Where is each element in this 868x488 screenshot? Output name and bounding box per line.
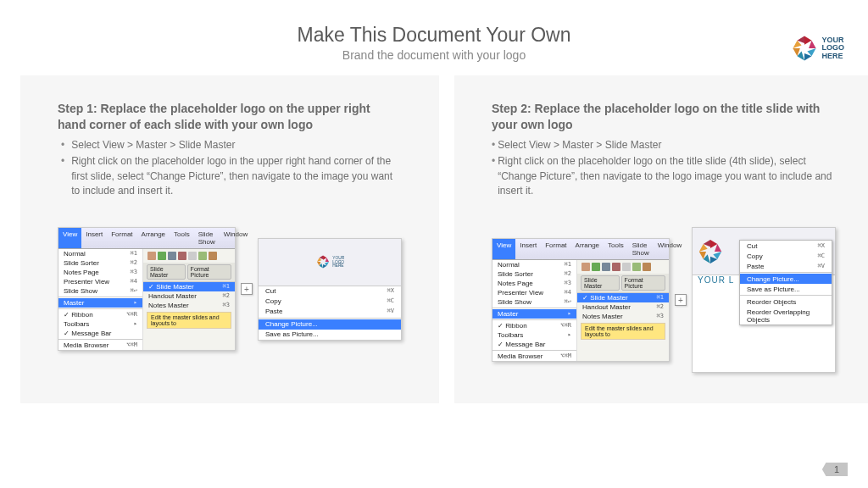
step1-bullet: Right click on the placeholder logo in t… [58,154,402,198]
logo-text: YOUR LOGO HERE [822,36,845,60]
tooltip: Edit the master slides and layouts to [147,312,231,329]
step2-heading: Step 2: Replace the placeholder logo on … [492,101,836,133]
svg-marker-11 [323,264,326,268]
svg-marker-1 [809,41,816,48]
logo-placeholder: YOUR LOGO HERE [790,34,845,63]
svg-marker-9 [326,258,329,263]
step1-heading: Step 1: Replace the placeholder logo on … [58,101,402,133]
step2-bullet: Select View > Master > Slide Master [492,138,836,152]
svg-marker-16 [710,240,717,248]
svg-marker-14 [317,258,321,263]
step1-panel: Step 1: Replace the placeholder logo on … [20,75,439,403]
menubar: View Insert Format Arrange Tools Slide S… [58,228,235,249]
plus-icon: + [241,283,253,295]
change-picture-item: Change Picture... [259,319,401,330]
page-number: 1 [822,463,848,476]
step2-panel: Step 2: Replace the placeholder logo on … [454,75,868,403]
screenshot-view-menu: View Insert Format Arrange Tools Slide S… [58,227,236,351]
page-subtitle: Brand the document with your logo [0,48,868,62]
page-title: Make This Document Your Own [0,24,868,47]
plus-icon: + [675,294,687,306]
step2-bullet: Right click on the placeholder logo on t… [492,154,836,198]
logo-icon [790,34,819,63]
svg-marker-8 [323,256,326,260]
change-picture-item: Change Picture... [740,274,832,284]
menu-master: Master▸ [58,298,142,308]
step1-bullet: Select View > Master > Slide Master [58,138,402,152]
screenshot-context-menu-large: YOUR L Cut⌘X Copy⌘C Paste⌘V Change Pictu… [692,227,836,373]
screenshot-view-menu: View Insert Format Arrange Tools Slide S… [492,238,670,362]
screenshot-context-menu: YOURLOGOHERE Cut⌘X Copy⌘C Paste⌘V Change… [258,238,402,341]
svg-marker-18 [713,252,721,259]
